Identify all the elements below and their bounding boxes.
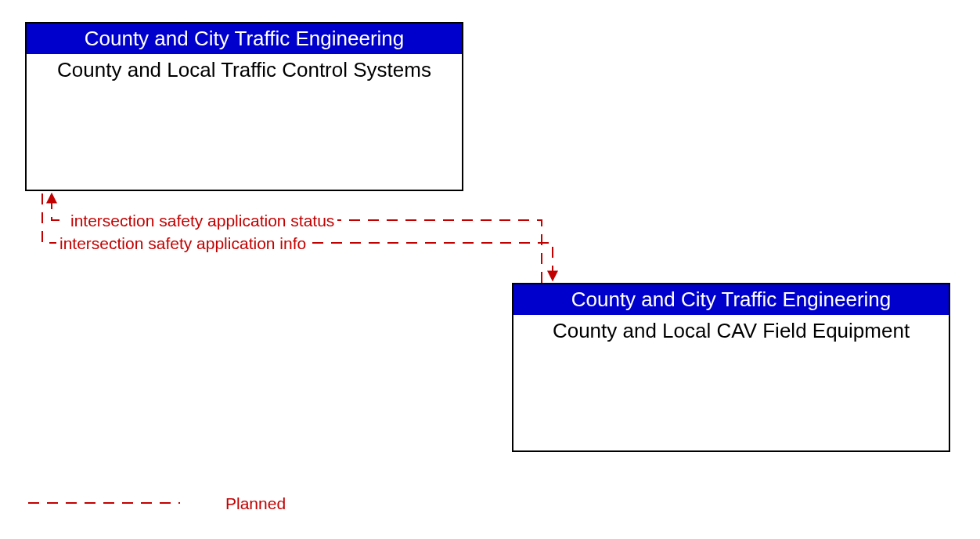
flow-label-info: intersection safety application info xyxy=(56,234,309,253)
legend-planned: Planned xyxy=(225,494,286,513)
node-traffic-control-systems: County and City Traffic Engineering Coun… xyxy=(25,22,463,191)
node-header: County and City Traffic Engineering xyxy=(513,284,949,315)
node-cav-field-equipment: County and City Traffic Engineering Coun… xyxy=(512,283,950,452)
node-body: County and Local Traffic Control Systems xyxy=(27,54,462,87)
node-header: County and City Traffic Engineering xyxy=(27,24,462,54)
flow-label-status: intersection safety application status xyxy=(67,212,337,230)
node-body: County and Local CAV Field Equipment xyxy=(513,315,949,348)
